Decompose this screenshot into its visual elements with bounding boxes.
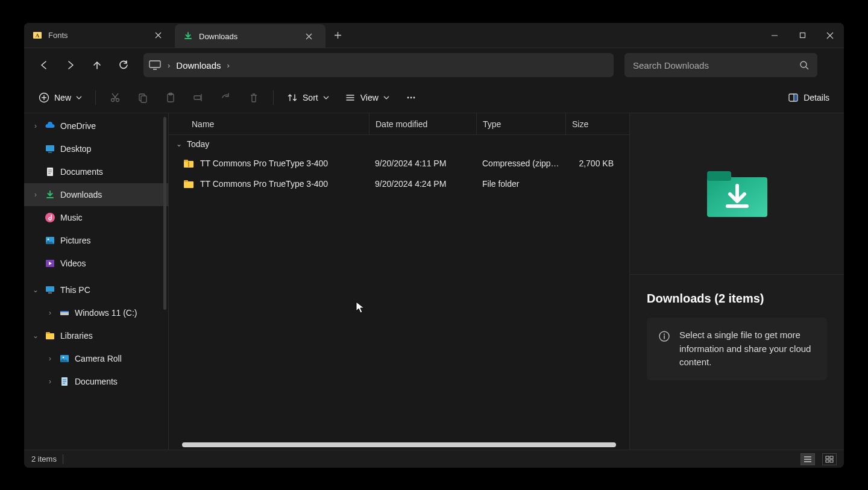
svg-rect-26 <box>48 292 52 294</box>
sidebar-item-desktop[interactable]: Desktop <box>24 137 168 160</box>
search-box[interactable] <box>624 53 817 77</box>
expand-chevron[interactable]: › <box>31 122 40 130</box>
chevron-down-icon: ⌄ <box>176 140 182 148</box>
tab-close-button[interactable] <box>149 27 166 44</box>
view-mode-details-button[interactable] <box>800 453 815 465</box>
column-size[interactable]: Size <box>565 113 620 134</box>
file-rows[interactable]: ⌄ Today TT Commons Pro TrueType 3-400 9/… <box>169 135 629 450</box>
sidebar-item-label: Videos <box>60 259 86 268</box>
up-button[interactable] <box>86 54 108 77</box>
sidebar-item-thispc[interactable]: ⌄ This PC <box>24 278 168 301</box>
file-row[interactable]: TT Commons Pro TrueType 3-400 9/20/2024 … <box>169 153 629 174</box>
address-bar[interactable]: › Downloads › <box>143 53 614 77</box>
sidebar-item-drive-c[interactable]: › Windows 11 (C:) <box>24 301 168 324</box>
view-mode-thumbnails-button[interactable] <box>822 453 837 465</box>
sidebar-item-lib-documents[interactable]: › Documents <box>24 370 168 393</box>
details-pane: Downloads (2 items) Select a single file… <box>629 113 844 450</box>
delete-button[interactable] <box>242 87 266 108</box>
sort-button[interactable]: Sort <box>281 87 335 108</box>
refresh-button[interactable] <box>112 54 135 77</box>
sort-label: Sort <box>303 93 318 102</box>
window-controls <box>761 23 844 48</box>
chevron-down-icon <box>383 95 389 101</box>
new-button[interactable]: New <box>33 87 88 108</box>
svg-rect-44 <box>830 456 833 459</box>
more-button[interactable] <box>399 87 423 108</box>
minimize-button[interactable] <box>761 23 788 48</box>
forward-button[interactable] <box>59 54 82 77</box>
column-type[interactable]: Type <box>476 113 565 134</box>
view-label: View <box>360 93 379 102</box>
music-icon <box>45 212 55 223</box>
svg-text:A: A <box>36 33 40 39</box>
cut-button[interactable] <box>103 87 127 108</box>
back-button[interactable] <box>33 54 55 77</box>
svg-rect-46 <box>830 460 833 462</box>
svg-point-13 <box>407 96 409 98</box>
chevron-right-icon: › <box>168 61 170 70</box>
search-input[interactable] <box>633 60 799 71</box>
cut-icon <box>110 92 121 103</box>
tab-close-button[interactable] <box>300 28 317 45</box>
paste-button[interactable] <box>159 87 183 108</box>
status-item-count: 2 items <box>31 454 57 463</box>
view-button[interactable]: View <box>339 87 395 108</box>
close-button[interactable] <box>816 23 844 48</box>
rename-button[interactable] <box>186 87 210 108</box>
horizontal-scrollbar[interactable] <box>182 442 616 447</box>
svg-point-32 <box>63 357 64 359</box>
pictures-icon <box>45 235 55 246</box>
tab-title: Fonts <box>48 31 143 40</box>
status-divider <box>63 454 63 464</box>
titlebar: A Fonts Downloads <box>24 23 844 48</box>
navigation-pane[interactable]: › OneDrive Desktop Documents › Downloads <box>24 113 169 450</box>
sidebar-item-documents[interactable]: Documents <box>24 160 168 183</box>
expand-chevron[interactable]: › <box>46 377 54 386</box>
svg-point-6 <box>112 98 115 101</box>
new-tab-button[interactable] <box>326 23 350 48</box>
expand-chevron[interactable]: ⌄ <box>31 331 40 340</box>
file-row[interactable]: TT Commons Pro TrueType 3-400 9/20/2024 … <box>169 174 629 194</box>
tab-downloads[interactable]: Downloads <box>175 24 326 48</box>
lib-documents-icon <box>59 376 70 387</box>
sidebar-item-onedrive[interactable]: › OneDrive <box>24 115 168 137</box>
tab-title: Downloads <box>199 32 294 41</box>
share-button[interactable] <box>214 87 238 108</box>
group-header-today[interactable]: ⌄ Today <box>169 135 629 153</box>
tab-fonts[interactable]: A Fonts <box>24 23 175 48</box>
details-pane-button[interactable]: Details <box>782 87 835 108</box>
svg-rect-36 <box>188 162 189 167</box>
sidebar-item-label: Music <box>60 213 83 222</box>
group-label: Today <box>187 139 209 149</box>
fonts-icon: A <box>33 31 42 40</box>
maximize-button[interactable] <box>788 23 816 48</box>
sidebar-item-libraries[interactable]: ⌄ Libraries <box>24 324 168 347</box>
column-name[interactable]: Name <box>169 113 369 134</box>
share-icon <box>221 92 231 103</box>
svg-rect-43 <box>826 456 829 459</box>
sidebar-item-downloads[interactable]: › Downloads <box>24 183 168 206</box>
drive-icon <box>59 307 70 318</box>
rename-icon <box>193 92 204 103</box>
sidebar-item-cameraroll[interactable]: › Camera Roll <box>24 347 168 370</box>
sidebar-item-pictures[interactable]: Pictures <box>24 229 168 252</box>
copy-button[interactable] <box>131 87 155 108</box>
details-hint-text: Select a single file to get more informa… <box>679 328 815 369</box>
file-date: 9/20/2024 4:11 PM <box>369 159 476 168</box>
svg-rect-37 <box>184 181 193 188</box>
trash-icon <box>248 92 259 103</box>
sidebar-item-videos[interactable]: Videos <box>24 252 168 275</box>
expand-chevron[interactable]: › <box>46 309 54 317</box>
titlebar-drag-region[interactable] <box>350 23 761 48</box>
file-explorer-window: A Fonts Downloads <box>24 23 844 468</box>
breadcrumb-current[interactable]: Downloads <box>176 60 221 71</box>
details-thumbnail <box>630 113 844 275</box>
downloads-icon <box>183 31 193 41</box>
column-date[interactable]: Date modified <box>369 113 476 134</box>
chevron-right-icon: › <box>227 61 230 70</box>
expand-chevron[interactable]: ⌄ <box>31 286 40 294</box>
sidebar-scrollbar[interactable] <box>163 117 166 310</box>
expand-chevron[interactable]: › <box>31 190 40 199</box>
expand-chevron[interactable]: › <box>46 354 54 363</box>
sidebar-item-music[interactable]: Music <box>24 206 168 229</box>
